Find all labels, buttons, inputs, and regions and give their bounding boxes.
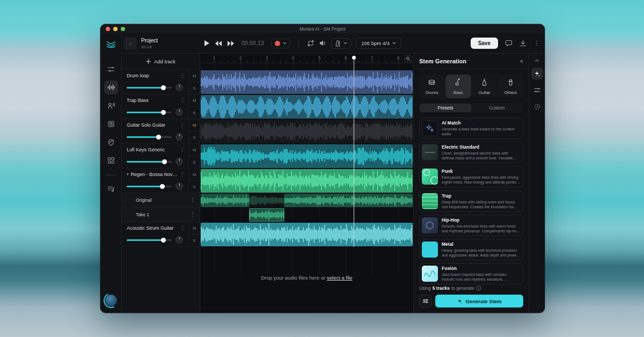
pan-knob[interactable] xyxy=(175,158,183,165)
tab-bass[interactable]: Bass xyxy=(445,75,471,98)
solo-button[interactable]: S xyxy=(189,156,200,168)
close-window-button[interactable] xyxy=(106,27,110,31)
save-button[interactable]: Save xyxy=(471,38,498,49)
audio-clip[interactable] xyxy=(201,95,413,119)
audio-clip[interactable] xyxy=(201,194,413,207)
track-menu-button[interactable]: ⋮ xyxy=(180,98,185,103)
timeline-ruler[interactable]: 12345678 xyxy=(200,54,413,63)
timeline[interactable]: 12345678 Drop your audio files here or s… xyxy=(200,54,413,313)
mute-button[interactable]: M xyxy=(189,70,200,82)
track-menu-button[interactable]: ⋮ xyxy=(180,172,185,177)
take-row[interactable]: Take 1 ⋮ xyxy=(122,208,200,222)
audio-clip[interactable] xyxy=(201,169,413,193)
expand-caret-icon[interactable]: ▾ xyxy=(127,172,129,177)
add-track-button[interactable]: Add track xyxy=(122,54,200,70)
pan-knob[interactable] xyxy=(175,108,183,116)
traffic-lights[interactable] xyxy=(106,27,125,31)
metronome-control[interactable] xyxy=(331,38,351,49)
take-menu-button[interactable]: ⋮ xyxy=(190,197,195,203)
preset-card-metal[interactable]: Metal Heavy, growling bass with technica… xyxy=(419,239,523,260)
sidebar-studio-button[interactable] xyxy=(104,80,118,94)
minimize-window-button[interactable] xyxy=(113,27,118,31)
volume-slider[interactable] xyxy=(127,159,172,164)
solo-button[interactable]: S xyxy=(189,235,200,246)
audio-clip[interactable] xyxy=(201,70,413,94)
rewind-button[interactable] xyxy=(215,41,222,46)
volume-slider[interactable] xyxy=(127,184,172,189)
select-file-link[interactable]: select a file xyxy=(327,275,353,281)
audio-clip[interactable] xyxy=(249,208,284,222)
play-button[interactable] xyxy=(203,40,210,47)
track-menu-button[interactable]: ⋮ xyxy=(180,73,185,78)
mute-button[interactable]: M xyxy=(189,119,200,131)
tab-guitar[interactable]: Guitar xyxy=(471,75,497,98)
info-icon[interactable] xyxy=(476,285,481,291)
sidebar-lyrics-button[interactable] xyxy=(104,182,118,196)
audio-clip[interactable] xyxy=(201,120,413,143)
pan-knob[interactable] xyxy=(175,133,183,141)
track-menu-button[interactable]: ⋮ xyxy=(180,147,185,152)
track-menu-button[interactable]: ⋮ xyxy=(180,225,185,231)
user-avatar[interactable] xyxy=(105,295,117,306)
audio-clip[interactable] xyxy=(201,144,413,168)
rail-stem-generation-button[interactable] xyxy=(531,68,543,79)
rail-splitter-button[interactable] xyxy=(531,84,543,96)
sidebar-amp-button[interactable] xyxy=(104,117,118,131)
solo-button[interactable]: S xyxy=(189,131,200,143)
playhead[interactable] xyxy=(354,60,354,247)
more-options-button[interactable]: ⋮ xyxy=(533,40,539,47)
rail-regroove-button[interactable] xyxy=(531,101,543,113)
preset-card-fusion[interactable]: Fusion Jazz-fusion inspired bass with co… xyxy=(419,263,523,284)
loop-button[interactable] xyxy=(307,40,314,47)
file-dropzone[interactable]: Drop your audio files here or select a f… xyxy=(200,275,413,281)
fast-forward-button[interactable] xyxy=(227,41,235,46)
solo-button[interactable]: S xyxy=(189,82,200,94)
pan-knob[interactable] xyxy=(175,182,183,190)
sidebar-voice-button[interactable] xyxy=(104,99,118,113)
preset-card-electric[interactable]: Electric Standard Clean, straightforward… xyxy=(419,142,523,163)
download-button[interactable] xyxy=(519,40,526,47)
track-row[interactable]: ▾ Acoustic Strum Guitar ⋮ M S xyxy=(122,222,200,247)
volume-slider[interactable] xyxy=(127,134,172,140)
track-row[interactable]: ▾ Drum loop ⋮ M S xyxy=(122,70,200,94)
mute-button[interactable]: M xyxy=(189,169,200,181)
tab-others[interactable]: Others xyxy=(497,75,523,98)
volume-slider[interactable] xyxy=(127,85,172,90)
mute-button[interactable]: M xyxy=(189,94,200,107)
track-menu-button[interactable]: ⋮ xyxy=(180,122,185,128)
record-control[interactable] xyxy=(271,39,290,48)
sidebar-pick-button[interactable] xyxy=(104,135,118,149)
solo-button[interactable]: S xyxy=(189,107,200,119)
sidebar-apps-button[interactable] xyxy=(104,153,118,167)
generate-stem-button[interactable]: Generate Stem xyxy=(435,295,523,307)
preset-card-trap[interactable]: Trap Deep 808 bass with sliding notes an… xyxy=(419,191,523,212)
track-row[interactable]: ▾ Regen - Bossa Nova Drums ⋮ M S xyxy=(122,169,200,193)
volume-slider[interactable] xyxy=(127,109,172,115)
sidebar-splitter-button[interactable] xyxy=(104,62,118,76)
solo-button[interactable]: S xyxy=(189,181,200,193)
track-row[interactable]: ▾ Trap Bass ⋮ M S xyxy=(122,94,200,119)
audio-clip[interactable] xyxy=(201,223,413,246)
project-info[interactable]: ♪ Project 00:18 xyxy=(124,37,203,50)
volume-button[interactable] xyxy=(319,40,326,46)
segment-custom[interactable]: Custom xyxy=(471,104,523,112)
segment-presets[interactable]: Presets xyxy=(420,104,471,112)
tab-drums[interactable]: Drums xyxy=(419,75,445,98)
preset-card-punk[interactable]: Punk Fast-paced, aggressive bass lines w… xyxy=(419,166,523,187)
preset-card-hiphop[interactable]: Hip-Hop Smooth, low-end bass lines with … xyxy=(419,215,523,236)
bpm-control[interactable]: 106 bpm 4/4 xyxy=(356,38,401,49)
close-panel-button[interactable]: × xyxy=(520,58,523,64)
preset-card-aimatch[interactable]: AI Match Generate a bass track based on … xyxy=(419,118,523,139)
clip-cut-region[interactable] xyxy=(249,194,284,207)
volume-slider[interactable] xyxy=(127,237,172,243)
pan-knob[interactable] xyxy=(175,84,183,91)
zoom-window-button[interactable] xyxy=(121,27,125,31)
generation-settings-button[interactable] xyxy=(419,295,432,307)
comments-button[interactable] xyxy=(505,40,513,47)
take-row[interactable]: Original ⋮ xyxy=(122,193,200,208)
track-row[interactable]: ▾ Lofi Keys Generic ⋮ M S xyxy=(122,144,200,169)
pan-knob[interactable] xyxy=(175,236,183,244)
track-row[interactable]: ▾ Guitar Solo Guitar ⋮ M S xyxy=(122,119,200,144)
mute-button[interactable]: M xyxy=(189,144,200,156)
mute-button[interactable]: M xyxy=(189,222,200,235)
